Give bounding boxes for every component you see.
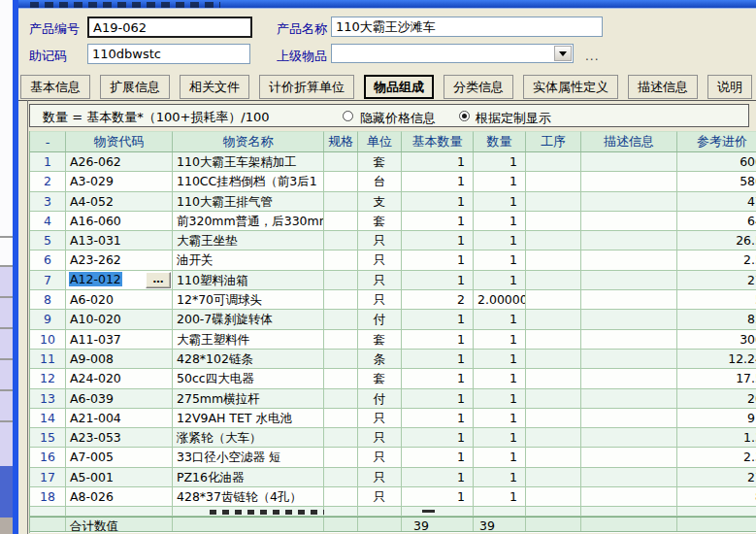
cell-no[interactable]: 13: [30, 389, 66, 409]
cell-name[interactable]: 12*70可调球头: [173, 290, 324, 310]
cell-qty[interactable]: 1: [474, 350, 526, 369]
cell-spec[interactable]: [324, 231, 358, 250]
cell-unit[interactable]: 只: [358, 428, 402, 448]
tab-基本信息[interactable]: 基本信息: [20, 75, 90, 99]
dialog-titlebar[interactable]: [18, 0, 756, 9]
cell-name[interactable]: 110大霸王车架精加工: [173, 152, 324, 172]
cell-price[interactable]: 17.5: [677, 369, 756, 388]
cell-code[interactable]: A6-039: [66, 389, 173, 409]
cell-spec[interactable]: [324, 152, 358, 172]
cell-base_qty[interactable]: 1: [402, 192, 474, 212]
cell-price[interactable]: 8: [677, 487, 756, 507]
cell-spec[interactable]: [324, 290, 358, 310]
cell-unit[interactable]: 只: [358, 468, 402, 487]
cell-code[interactable]: A3-029: [66, 172, 173, 191]
cell-name[interactable]: 前320mm普通，后330mm: [173, 212, 324, 231]
table-row[interactable]: 12A24-02050cc四大电器套1117.5: [30, 369, 756, 388]
cell-spec[interactable]: [324, 271, 358, 290]
cell-qty[interactable]: 1: [474, 250, 526, 270]
custom-display-radio-label[interactable]: 根据定制显示: [476, 110, 551, 127]
cell-no[interactable]: 11: [30, 350, 66, 369]
table-row[interactable]: 9A10-020200-7碟刹旋转体付1185: [30, 310, 756, 329]
cell-base_qty[interactable]: 1: [402, 231, 474, 250]
table-row[interactable]: 14A21-00412V9AH TET 水电池只1191: [30, 409, 756, 428]
cell-price[interactable]: 85: [677, 310, 756, 329]
column-header-3[interactable]: 规格: [324, 131, 358, 151]
cell-spec[interactable]: [324, 409, 358, 428]
cell-desc[interactable]: [581, 250, 677, 270]
cell-process[interactable]: [526, 448, 581, 467]
cell-process[interactable]: [526, 192, 581, 212]
cell-qty[interactable]: 1: [474, 192, 526, 212]
cell-base_qty[interactable]: 1: [402, 448, 474, 467]
cell-qty[interactable]: 1: [474, 369, 526, 388]
cell-price[interactable]: 600: [677, 152, 756, 172]
cell-price[interactable]: 580: [677, 172, 756, 191]
cell-code[interactable]: A16-060: [66, 212, 173, 231]
cell-no[interactable]: 6: [30, 250, 66, 270]
cell-unit[interactable]: 只: [358, 271, 402, 290]
cell-process[interactable]: [526, 172, 581, 191]
cell-qty[interactable]: 1: [474, 487, 526, 507]
cell-qty[interactable]: 1: [474, 212, 526, 231]
cell-base_qty[interactable]: 2: [402, 290, 474, 310]
cell-code[interactable]: A26-062: [66, 152, 173, 172]
cell-price[interactable]: 27: [677, 271, 756, 290]
cell-base_qty[interactable]: 1: [402, 310, 474, 329]
cell-unit[interactable]: 套: [358, 212, 402, 231]
cell-price[interactable]: 5: [677, 290, 756, 310]
cell-code[interactable]: A5-001: [66, 468, 173, 487]
cell-spec[interactable]: [324, 172, 358, 191]
cell-no[interactable]: 16: [30, 448, 66, 467]
cell-process[interactable]: [526, 330, 581, 350]
cell-qty[interactable]: 1: [474, 231, 526, 250]
cell-price[interactable]: 2.5: [677, 250, 756, 270]
tab-计价折算单位[interactable]: 计价折算单位: [259, 75, 354, 99]
cell-desc[interactable]: [581, 330, 677, 350]
cell-name[interactable]: 大霸王坐垫: [173, 231, 324, 250]
cell-qty[interactable]: 1: [474, 172, 526, 191]
cell-desc[interactable]: [581, 350, 677, 369]
table-row[interactable]: 10A11-037大霸王塑料件套11300: [30, 330, 756, 350]
cell-base_qty[interactable]: 1: [402, 350, 474, 369]
cell-qty[interactable]: 1: [474, 330, 526, 350]
cell-desc[interactable]: [581, 389, 677, 409]
cell-process[interactable]: [526, 290, 581, 310]
tab-实体属性定义[interactable]: 实体属性定义: [523, 75, 618, 99]
column-header-5[interactable]: 基本数量: [402, 131, 474, 151]
cell-qty[interactable]: 1: [474, 152, 526, 172]
cell-qty[interactable]: 1: [474, 389, 526, 409]
cell-price[interactable]: 26.5: [677, 231, 756, 250]
cell-desc[interactable]: [581, 271, 677, 290]
cell-base_qty[interactable]: 1: [402, 389, 474, 409]
cell-price[interactable]: 47: [677, 192, 756, 212]
tab-物品组成[interactable]: 物品组成: [364, 75, 434, 99]
cell-spec[interactable]: [324, 350, 358, 369]
cell-no[interactable]: 4: [30, 212, 66, 231]
table-row[interactable]: 6A23-262油开关只112.5: [30, 250, 756, 270]
cell-process[interactable]: [526, 271, 581, 290]
cell-code[interactable]: A13-031: [66, 231, 173, 250]
column-header-6[interactable]: 数量: [474, 131, 526, 151]
cell-code[interactable]: A24-020: [66, 369, 173, 388]
cell-no[interactable]: 17: [30, 468, 66, 487]
cell-name[interactable]: 428*37齿链轮（4孔）: [173, 487, 324, 507]
cell-code[interactable]: A23-262: [66, 250, 173, 270]
cell-unit[interactable]: 付: [358, 310, 402, 329]
table-row[interactable]: 11A9-008428*102链条条1112.24: [30, 350, 756, 369]
cell-base_qty[interactable]: 1: [402, 409, 474, 428]
cell-code[interactable]: A23-053: [66, 428, 173, 448]
mnemonic-input[interactable]: [87, 44, 250, 64]
cell-desc[interactable]: [581, 428, 677, 448]
cell-process[interactable]: [526, 231, 581, 250]
hide-price-radio[interactable]: [343, 111, 353, 121]
cell-spec[interactable]: [324, 369, 358, 388]
tab-说明[interactable]: 说明: [707, 75, 752, 99]
cell-base_qty[interactable]: 1: [402, 212, 474, 231]
cell-spec[interactable]: [324, 192, 358, 212]
tab-扩展信息[interactable]: 扩展信息: [100, 75, 170, 99]
cell-code[interactable]: A9-008: [66, 350, 173, 369]
cell-process[interactable]: [526, 369, 581, 388]
cell-code[interactable]: A10-020: [66, 310, 173, 329]
cell-desc[interactable]: [581, 212, 677, 231]
